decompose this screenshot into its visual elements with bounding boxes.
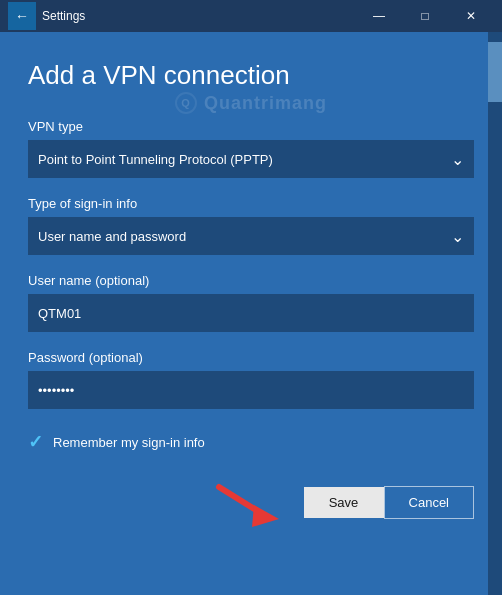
password-group: Password (optional): [28, 350, 474, 409]
sign-in-type-wrapper: User name and password Smart card One-ti…: [28, 217, 474, 255]
username-group: User name (optional): [28, 273, 474, 332]
arrow-area: [28, 477, 304, 527]
scrollbar[interactable]: [488, 32, 502, 595]
settings-window: ← Settings — □ ✕ Q Quantrimang Add a VPN…: [0, 0, 502, 595]
window-title: Settings: [42, 9, 356, 23]
close-button[interactable]: ✕: [448, 0, 494, 32]
bottom-row: Save Cancel: [28, 477, 474, 527]
title-bar: ← Settings — □ ✕: [0, 0, 502, 32]
maximize-button[interactable]: □: [402, 0, 448, 32]
minimize-button[interactable]: —: [356, 0, 402, 32]
red-arrow-icon: [204, 477, 294, 527]
page-title: Add a VPN connection: [28, 60, 474, 91]
window-controls: — □ ✕: [356, 0, 494, 32]
remember-label: Remember my sign-in info: [53, 435, 205, 450]
maximize-icon: □: [421, 9, 428, 23]
scrollbar-thumb[interactable]: [488, 42, 502, 102]
sign-in-type-label: Type of sign-in info: [28, 196, 474, 211]
password-label: Password (optional): [28, 350, 474, 365]
password-input[interactable]: [28, 371, 474, 409]
cancel-button[interactable]: Cancel: [384, 486, 474, 519]
sign-in-type-select[interactable]: User name and password Smart card One-ti…: [28, 217, 474, 255]
save-button[interactable]: Save: [304, 487, 384, 518]
vpn-type-label: VPN type: [28, 119, 474, 134]
svg-marker-1: [252, 505, 279, 527]
vpn-type-wrapper: Point to Point Tunneling Protocol (PPTP)…: [28, 140, 474, 178]
back-icon: ←: [15, 8, 29, 24]
watermark: Q Quantrimang: [175, 92, 327, 114]
username-label: User name (optional): [28, 273, 474, 288]
checkmark-icon: ✓: [28, 431, 43, 453]
sign-in-type-group: Type of sign-in info User name and passw…: [28, 196, 474, 255]
username-input[interactable]: [28, 294, 474, 332]
remember-row[interactable]: ✓ Remember my sign-in info: [28, 431, 474, 453]
close-icon: ✕: [466, 9, 476, 23]
back-button[interactable]: ←: [8, 2, 36, 30]
content-area: Q Quantrimang Add a VPN connection VPN t…: [0, 32, 502, 595]
vpn-type-select[interactable]: Point to Point Tunneling Protocol (PPTP): [28, 140, 474, 178]
vpn-type-group: VPN type Point to Point Tunneling Protoc…: [28, 119, 474, 178]
minimize-icon: —: [373, 9, 385, 23]
